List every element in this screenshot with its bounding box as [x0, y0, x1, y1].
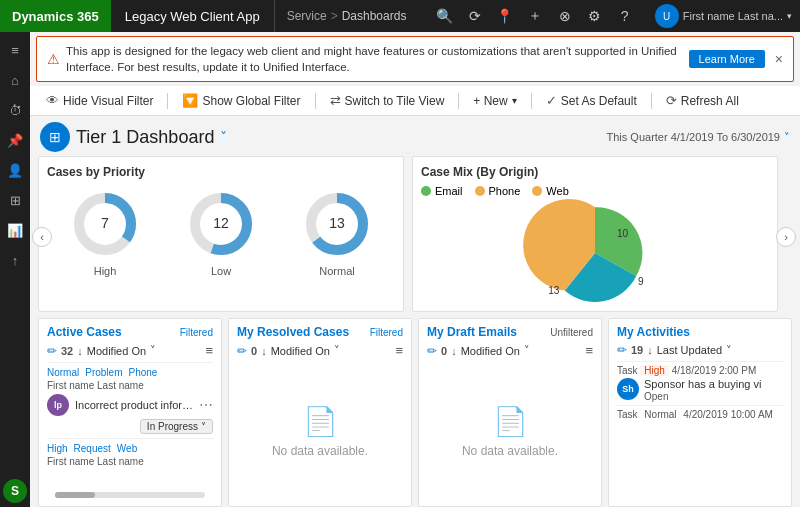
legend-web-label: Web: [546, 185, 568, 197]
date-range-chevron-icon[interactable]: ˅: [784, 131, 790, 144]
refresh-icon[interactable]: ⟳: [461, 2, 489, 30]
sidebar-chart-icon[interactable]: 📊: [1, 216, 29, 244]
set-default-button[interactable]: ✓ Set As Default: [538, 90, 645, 111]
activities-sort-down-icon[interactable]: ↓: [647, 344, 653, 356]
new-chevron-icon: ▾: [512, 95, 517, 106]
checkmark-icon: ✓: [546, 93, 557, 108]
active-cases-title: Active Cases: [47, 325, 122, 339]
refresh-tb-icon: ⟳: [666, 93, 677, 108]
settings-icon[interactable]: ⚙: [581, 2, 609, 30]
resolved-settings-icon[interactable]: ≡: [395, 343, 403, 358]
scrollbar[interactable]: [47, 486, 213, 500]
drafts-header: My Draft Emails Unfiltered: [427, 325, 593, 339]
toolbar: 👁 Hide Visual Filter 🔽 Show Global Filte…: [30, 86, 800, 116]
drafts-no-data: 📄 No data available.: [427, 362, 593, 500]
donut-low-label: Low: [211, 265, 231, 277]
plus-icon[interactable]: ＋: [521, 2, 549, 30]
nav-icons: 🔍 ⟳ 📍 ＋ ⊗ ⚙ ?: [431, 2, 647, 30]
pencil-resolved-icon[interactable]: ✏: [237, 344, 247, 358]
active-cases-sort-label[interactable]: Modified On: [87, 345, 146, 357]
legend-phone-label: Phone: [489, 185, 521, 197]
activity-row-1: Task High 4/18/2019 2:00 PM Sh Sponsor h…: [617, 361, 783, 405]
sidebar-s-button[interactable]: S: [3, 479, 27, 503]
case-row-2: High Request Web First name Last name: [47, 438, 213, 474]
resolved-no-data: 📄 No data available.: [237, 362, 403, 500]
activities-sort-chevron-icon[interactable]: ˅: [726, 344, 732, 357]
drafts-sort-down-icon[interactable]: ↓: [451, 345, 457, 357]
chart-nav-left-icon[interactable]: ‹: [32, 227, 52, 247]
drafts-sort-chevron-icon[interactable]: ˅: [524, 344, 530, 357]
sidebar: ≡ ⌂ ⏱ 📌 👤 ⊞ 📊 ↑ S: [0, 32, 30, 507]
activity-meta-2: Task Normal 4/20/2019 10:00 AM: [617, 409, 783, 420]
drafts-count: 0: [441, 345, 447, 357]
svg-text:12: 12: [213, 215, 229, 231]
hide-visual-filter-button[interactable]: 👁 Hide Visual Filter: [38, 90, 161, 111]
active-cases-count: 32: [61, 345, 73, 357]
pin-icon[interactable]: 📍: [491, 2, 519, 30]
pencil-icon[interactable]: ✏: [47, 344, 57, 358]
alert-warning-icon: ⚠: [47, 51, 60, 67]
case-tags-1: Normal Problem Phone: [47, 367, 213, 378]
bottom-cards: Active Cases Filtered ✏ 32 ↓ Modified On…: [30, 318, 800, 507]
charts-area: ‹ Cases by Priority 7 High: [30, 156, 800, 318]
resolved-count: 0: [251, 345, 257, 357]
sidebar-user-icon[interactable]: 👤: [1, 156, 29, 184]
resolved-badge: Filtered: [370, 327, 403, 338]
drafts-title: My Draft Emails: [427, 325, 517, 339]
donut-high: 7 High: [70, 189, 140, 277]
sidebar-pin-icon[interactable]: 📌: [1, 126, 29, 154]
avatar: U: [655, 4, 679, 28]
sidebar-grid-icon[interactable]: ⊞: [1, 186, 29, 214]
donut-high-label: High: [94, 265, 117, 277]
refresh-all-button[interactable]: ⟳ Refresh All: [658, 90, 747, 111]
case-status-1[interactable]: In Progress ˅: [140, 419, 213, 434]
eye-icon: 👁: [46, 93, 59, 108]
activity-avatar-1: Sh: [617, 378, 639, 400]
dynamics365-logo[interactable]: Dynamics 365: [0, 0, 111, 32]
donut-normal: 13 Normal: [302, 189, 372, 277]
svg-text:10: 10: [617, 229, 629, 240]
app-name: Legacy Web Client App: [111, 0, 275, 32]
pencil-activities-icon[interactable]: ✏: [617, 343, 627, 357]
show-global-filter-button[interactable]: 🔽 Show Global Filter: [174, 90, 308, 111]
activities-sort-label[interactable]: Last Updated: [657, 344, 722, 356]
resolved-sort-chevron-icon[interactable]: ˅: [334, 344, 340, 357]
sidebar-arrow-up-icon[interactable]: ↑: [1, 246, 29, 274]
dashboard-chevron-icon[interactable]: ˅: [220, 129, 227, 145]
sidebar-recent-icon[interactable]: ⏱: [1, 96, 29, 124]
activity-priority-1: High: [640, 365, 669, 376]
case-owner-2: First name Last name: [47, 456, 213, 467]
learn-more-button[interactable]: Learn More: [689, 50, 765, 68]
resolved-sort-down-icon[interactable]: ↓: [261, 345, 267, 357]
drafts-sort-label[interactable]: Modified On: [461, 345, 520, 357]
sort-down-icon[interactable]: ↓: [77, 345, 83, 357]
search-icon[interactable]: 🔍: [431, 2, 459, 30]
case-dots-1[interactable]: ⋯: [199, 397, 213, 413]
drafts-no-data-icon: 📄: [493, 405, 528, 438]
sort-chevron-icon[interactable]: ˅: [150, 344, 156, 357]
filter-tb-icon: 🔽: [182, 93, 198, 108]
my-resolved-cases-card: My Resolved Cases Filtered ✏ 0 ↓ Modifie…: [228, 318, 412, 507]
sidebar-menu-icon[interactable]: ≡: [1, 36, 29, 64]
user-menu[interactable]: U First name Last na... ▾: [647, 4, 800, 28]
pie-legend: Email Phone Web: [421, 185, 769, 197]
user-chevron-icon: ▾: [787, 11, 792, 21]
pencil-drafts-icon[interactable]: ✏: [427, 344, 437, 358]
switch-tile-view-button[interactable]: ⇄ Switch to Tile View: [322, 90, 453, 111]
activity-title-1[interactable]: Sponsor has a buying vi: [644, 378, 761, 390]
drafts-settings-icon[interactable]: ≡: [585, 343, 593, 358]
resolved-sort-label[interactable]: Modified On: [271, 345, 330, 357]
toolbar-separator-3: [458, 93, 459, 109]
sidebar-bottom-section: S: [3, 479, 27, 503]
filter-icon[interactable]: ⊗: [551, 2, 579, 30]
list-settings-icon[interactable]: ≡: [205, 343, 213, 358]
activity-type-1: Task: [617, 365, 638, 376]
switch-icon: ⇄: [330, 93, 341, 108]
new-button[interactable]: + New ▾: [465, 91, 524, 111]
sidebar-home-icon[interactable]: ⌂: [1, 66, 29, 94]
help-icon[interactable]: ?: [611, 2, 639, 30]
chart-nav-right-icon[interactable]: ›: [776, 227, 796, 247]
alert-close-icon[interactable]: ×: [775, 51, 783, 67]
chart-title-priority: Cases by Priority: [47, 165, 395, 179]
case-title-1[interactable]: Incorrect product informatio...: [75, 399, 193, 411]
